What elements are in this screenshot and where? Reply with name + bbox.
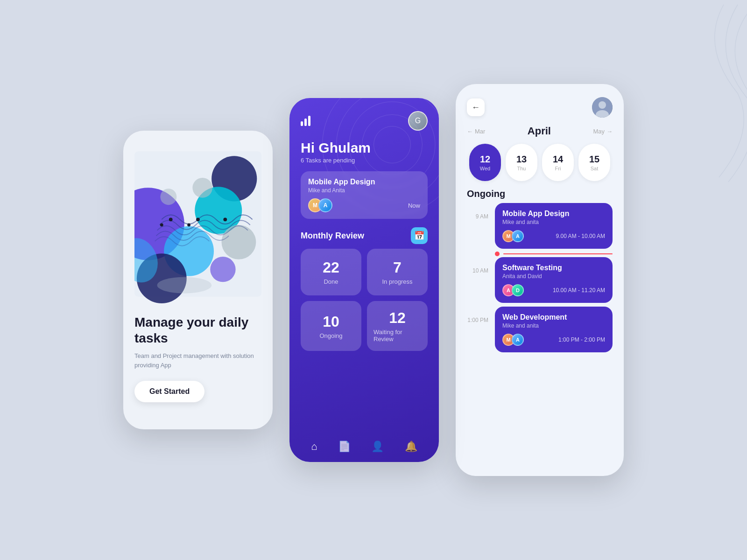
time-10am: 10 AM: [467, 257, 488, 274]
next-month-label: May: [593, 128, 605, 135]
stat-inprogress-number: 7: [393, 259, 402, 276]
date-15[interactable]: 15 Sat: [578, 144, 610, 181]
greeting-name: Hi Ghulam: [301, 140, 428, 156]
stat-ongoing-label: Ongoing: [319, 332, 342, 339]
ongoing-label: Ongoing: [456, 181, 624, 199]
task-footer: M A Now: [308, 198, 420, 212]
sched-card-mobile-app[interactable]: Mobile App Design Mike and anita M A 9.0…: [495, 203, 613, 249]
sched-card-web-dev[interactable]: Web Development Mike and anita M A 1:00 …: [495, 307, 613, 352]
date-14-day: Fri: [555, 166, 561, 171]
date-15-day: Sat: [591, 166, 599, 171]
sched-av-1b: A: [512, 230, 524, 242]
svg-point-18: [599, 101, 606, 109]
stat-inprogress-label: In progress: [382, 278, 412, 285]
sched-avatars-2: A D: [502, 284, 524, 296]
nav-bell-icon[interactable]: 🔔: [405, 441, 417, 453]
svg-point-8: [192, 178, 212, 198]
svg-point-7: [210, 257, 235, 282]
calendar-avatar[interactable]: [592, 97, 613, 118]
time-1pm: 1:00 PM: [467, 307, 488, 323]
svg-point-14: [187, 224, 190, 227]
svg-point-10: [169, 217, 173, 221]
nav-profile-icon[interactable]: 👤: [371, 441, 384, 453]
sched-av-3b: A: [512, 334, 524, 346]
sched-time-1: 9.00 AM - 10.00 AM: [556, 233, 605, 239]
month-navigation: ← Mar April May →: [456, 118, 624, 137]
date-13-num: 13: [516, 154, 527, 165]
calendar-phone: ← ← Mar April May → 12 Wed: [456, 84, 624, 476]
sched-footer-2: A D 10.00 AM - 11.20 AM: [502, 284, 605, 296]
sched-time-2: 10.00 AM - 11.20 AM: [553, 287, 605, 294]
avatar-anita: A: [318, 198, 332, 212]
prev-month-button[interactable]: ← Mar: [467, 128, 485, 135]
date-15-num: 15: [589, 154, 599, 165]
sched-sub-1: Mike and anita: [502, 219, 605, 225]
task-card[interactable]: Mobile App Design Mike and Anita M A Now: [301, 171, 428, 219]
task-time: Now: [408, 202, 420, 209]
get-started-button[interactable]: Get Started: [134, 381, 204, 402]
timeline-marker: [467, 251, 613, 257]
schedule-row-3: 1:00 PM Web Development Mike and anita M…: [467, 307, 613, 352]
phones-container: Manage your daily tasks Team and Project…: [123, 84, 624, 476]
sched-sub-3: Mike and anita: [502, 322, 605, 329]
svg-point-5: [222, 225, 256, 259]
next-month-button[interactable]: May →: [593, 128, 613, 135]
date-12[interactable]: 12 Wed: [469, 144, 501, 181]
bottom-navigation: ⌂ 📄 👤 🔔: [289, 433, 439, 462]
sched-card-software-testing[interactable]: Software Testing Anita and David A D 10.…: [495, 257, 613, 303]
date-14[interactable]: 14 Fri: [542, 144, 574, 181]
sched-avatars-3: M A: [502, 334, 524, 346]
time-9am: 9 AM: [467, 203, 488, 220]
nav-home-icon[interactable]: ⌂: [311, 441, 317, 453]
sched-av-2b: D: [512, 284, 524, 296]
schedule-row-1: 9 AM Mobile App Design Mike and anita M …: [467, 203, 613, 249]
stat-done-label: Done: [324, 278, 338, 285]
schedule-row-2: 10 AM Software Testing Anita and David A…: [467, 257, 613, 303]
monthly-review-header: Monthly Review 📅: [289, 219, 439, 249]
prev-month-label: Mar: [475, 128, 485, 135]
svg-point-12: [223, 217, 227, 221]
task-avatars: M A: [308, 198, 332, 212]
date-13[interactable]: 13 Thu: [506, 144, 537, 181]
splash-phone: Manage your daily tasks Team and Project…: [123, 131, 273, 429]
svg-point-16: [157, 277, 212, 294]
nav-docs-icon[interactable]: 📄: [338, 441, 351, 453]
sched-avatars-1: M A: [502, 230, 524, 242]
user-avatar[interactable]: G: [408, 111, 428, 131]
stat-ongoing: 10 Ongoing: [301, 301, 361, 351]
sched-footer-1: M A 9.00 AM - 10.00 AM: [502, 230, 605, 242]
dashboard-header: G: [289, 98, 439, 131]
dates-row: 12 Wed 13 Thu 14 Fri 15 Sat: [456, 137, 624, 181]
stat-waiting-label: Waiting for Review: [374, 329, 421, 343]
task-title: Mobile App Design: [308, 178, 420, 186]
sched-title-2: Software Testing: [502, 264, 605, 272]
stats-grid: 22 Done 7 In progress 10 Ongoing 12 Wait…: [289, 249, 439, 351]
calendar-button[interactable]: 📅: [411, 227, 428, 244]
splash-title: Manage your daily tasks: [134, 315, 261, 346]
timeline-dot: [495, 252, 500, 256]
timeline-line: [503, 253, 613, 254]
sched-time-3: 1:00 PM - 2:00 PM: [558, 336, 605, 343]
monthly-review-title: Monthly Review: [301, 231, 364, 241]
menu-icon[interactable]: [301, 116, 310, 126]
sched-sub-2: Anita and David: [502, 273, 605, 280]
stat-waiting: 12 Waiting for Review: [367, 301, 428, 351]
stat-done-number: 22: [323, 259, 339, 276]
sched-title-3: Web Development: [502, 313, 605, 322]
stat-ongoing-number: 10: [323, 313, 339, 330]
splash-subtitle: Team and Project management with solutio…: [134, 351, 261, 370]
date-13-day: Thu: [517, 166, 526, 171]
svg-point-11: [196, 217, 200, 221]
stat-done: 22 Done: [301, 249, 361, 295]
stat-waiting-number: 12: [389, 309, 406, 327]
back-button[interactable]: ←: [467, 98, 485, 116]
date-12-day: Wed: [480, 166, 490, 171]
sched-footer-3: M A 1:00 PM - 2:00 PM: [502, 334, 605, 346]
schedule-list: 9 AM Mobile App Design Mike and anita M …: [456, 199, 624, 476]
date-14-num: 14: [553, 154, 563, 165]
calendar-header: ←: [456, 84, 624, 118]
tasks-pending: 6 Tasks are pending: [301, 157, 428, 164]
date-12-num: 12: [480, 154, 490, 165]
sched-title-1: Mobile App Design: [502, 210, 605, 218]
avatar-image: G: [409, 112, 427, 130]
